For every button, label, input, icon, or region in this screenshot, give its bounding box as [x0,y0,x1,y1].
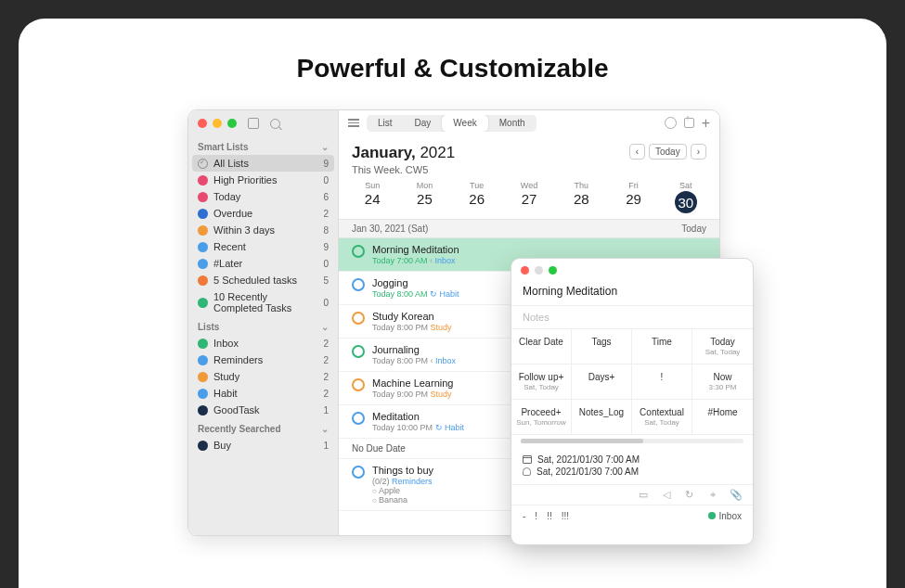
next-button[interactable]: › [691,144,706,160]
list-color-icon [198,192,208,202]
quick-action-cell[interactable]: Clear Date [511,329,572,364]
sidebar-item-label: Recent [213,241,246,252]
sidebar-item-count: 2 [323,339,329,349]
day-column[interactable]: Mon25 [398,181,450,213]
sidebar-item-label: Today [213,191,240,202]
sync-icon[interactable] [665,117,677,129]
sidebar-item-count: 9 [323,242,329,252]
calendar-icon[interactable]: ▭ [637,489,649,501]
priority-dash[interactable]: - [523,511,525,521]
day-name: Tue [451,181,503,190]
day-column[interactable]: Tue26 [451,181,503,213]
sidebar-item-label: All Lists [213,158,249,169]
sidebar-item[interactable]: High Priorities0 [188,172,338,188]
repeat-icon[interactable]: ↻ [683,489,695,501]
prev-button[interactable]: ‹ [629,144,645,160]
notes-field[interactable]: Notes [511,305,753,329]
quick-action-cell[interactable]: Notes_Log [572,400,632,435]
today-button[interactable]: Today [649,144,687,160]
location-icon[interactable]: ⌖ [706,489,718,501]
popup-titlebar [511,259,753,281]
quick-action-cell[interactable]: Time [632,329,692,364]
sidebar-item[interactable]: Today6 [188,188,338,205]
quick-action-cell[interactable]: ContextualSat, Today [632,400,692,435]
sidebar-item-label: Buy [213,440,231,451]
quick-action-cell[interactable]: Now3:30 PM [692,364,753,400]
task-checkbox[interactable] [352,466,365,479]
sidebar-item[interactable]: 5 Scheduled tasks5 [188,272,338,288]
share-icon[interactable] [684,118,694,128]
horizontal-scrollbar[interactable] [521,439,743,443]
calendar-title: January, 2021 [352,144,455,162]
day-number: 30 [675,191,697,213]
popup-task-title[interactable]: Morning Meditation [511,281,753,305]
due-date-row[interactable]: Sat, 2021/01/30 7:00 AM [523,454,742,465]
sidebar-item[interactable]: 10 Recently Completed Tasks0 [188,288,338,316]
list-selector[interactable]: Inbox [708,511,742,521]
view-tab-list[interactable]: List [367,115,404,132]
day-column[interactable]: Fri29 [607,181,659,213]
section-recent[interactable]: Recently Searched ⌄ [188,418,338,437]
sidebar-item[interactable]: #Later0 [188,255,338,272]
quick-action-cell[interactable]: Follow up+Sat, Today [511,364,572,400]
calendar-subtitle: This Week. CW5 [352,164,455,175]
quick-action-cell[interactable]: Tags [572,329,632,364]
day-name: Sat [660,181,712,190]
minimize-icon[interactable] [213,119,222,128]
alert-icon[interactable]: ◁ [660,489,672,501]
close-icon[interactable] [198,119,207,128]
day-number: 26 [451,191,503,207]
zoom-icon[interactable] [549,266,557,275]
priority-med[interactable]: !! [547,511,552,521]
section-smart-lists[interactable]: Smart Lists ⌄ [188,136,338,155]
day-column[interactable]: Sat30 [660,181,712,213]
sidebar-item-label: 5 Scheduled tasks [213,275,297,286]
sidebar-item[interactable]: Reminders2 [188,352,338,368]
quick-action-cell[interactable]: Proceed+Sun, Tomorrow [511,400,572,435]
task-checkbox[interactable] [352,412,365,425]
sidebar-item[interactable]: All Lists9 [192,155,334,172]
sidebar-item[interactable]: GoodTask1 [188,402,338,418]
quick-action-cell[interactable]: #Home [692,400,753,435]
view-segmented-control: ListDayWeekMonth [367,115,537,132]
zoom-icon[interactable] [227,119,237,128]
quick-action-cell[interactable]: TodaySat, Today [692,329,753,364]
sidebar-item-count: 0 [323,175,329,185]
task-checkbox[interactable] [352,278,365,291]
task-checkbox[interactable] [352,245,365,258]
sidebar-item[interactable]: Study2 [188,368,338,385]
day-column[interactable]: Sun24 [346,181,398,213]
sidebar-item[interactable]: Overdue2 [188,205,338,222]
view-tab-week[interactable]: Week [442,115,487,132]
add-button[interactable]: + [702,116,710,131]
alert-date-row[interactable]: Sat, 2021/01/30 7:00 AM [523,467,742,477]
search-icon[interactable] [270,119,280,129]
chevron-down-icon: ⌄ [321,424,329,434]
view-tab-day[interactable]: Day [404,115,443,132]
task-checkbox[interactable] [352,345,365,358]
list-color-icon [198,355,208,365]
sidebar-toggle-icon[interactable] [248,118,259,129]
view-tab-month[interactable]: Month [488,115,537,132]
sidebar-item-label: Within 3 days [213,224,275,236]
section-lists[interactable]: Lists ⌄ [188,316,338,335]
sidebar-item[interactable]: Buy1 [188,437,338,454]
sidebar-item[interactable]: Inbox2 [188,335,338,352]
priority-high[interactable]: !!! [562,511,569,521]
day-column[interactable]: Wed27 [503,181,555,213]
attachment-icon[interactable]: 📎 [730,489,742,501]
task-checkbox[interactable] [352,312,365,325]
close-icon[interactable] [521,266,529,275]
sidebar-item[interactable]: Habit2 [188,385,338,402]
list-color-icon [198,441,208,451]
sidebar-item[interactable]: Recent9 [188,238,338,255]
sidebar-item[interactable]: Within 3 days8 [188,222,338,238]
task-title: Morning Meditation [372,244,706,255]
quick-action-cell[interactable]: ! [632,364,692,400]
quick-action-cell[interactable]: Days+ [572,364,632,400]
day-column[interactable]: Thu28 [555,181,607,213]
priority-low[interactable]: ! [535,511,537,521]
task-checkbox[interactable] [352,378,365,391]
menu-icon[interactable] [348,119,359,127]
minimize-icon[interactable] [535,266,543,275]
